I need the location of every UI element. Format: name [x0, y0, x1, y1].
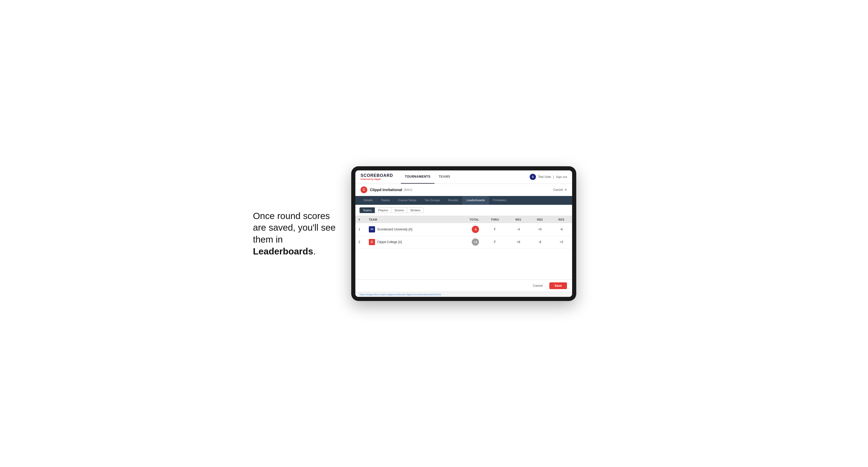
rd1-1: -4 [508, 223, 529, 236]
rank-1: 1 [355, 223, 366, 236]
tab-leaderboards[interactable]: Leaderboards [462, 196, 489, 205]
nav-teams[interactable]: TEAMS [435, 170, 455, 184]
team-cell-1: SU Scoreboard University [A] [366, 223, 454, 236]
tournament-header: C Clippd Invitational (Men) Cancel ✕ [355, 184, 572, 196]
rd2-2: -8 [529, 236, 551, 248]
thru-2: F [482, 236, 508, 248]
tab-results[interactable]: Results [444, 196, 462, 205]
close-icon: ✕ [564, 188, 567, 192]
tab-details[interactable]: Details [360, 196, 377, 205]
team-name-2: Clippd College [A] [377, 240, 402, 244]
page-wrapper: Once round scores are saved, you'll see … [253, 166, 615, 301]
content-spacer [355, 249, 572, 280]
bold-leaderboards: Leaderboards [253, 246, 313, 256]
footer: Cancel Save [355, 280, 572, 292]
col-header-rank: # [355, 216, 366, 223]
tablet-frame: SCOREBOARD Powered by clippd TOURNAMENTS… [351, 166, 576, 301]
table-row: 2 C Clippd College [A] +3 F [355, 236, 572, 248]
tab-printables[interactable]: Printables [489, 196, 510, 205]
left-text-block: Once round scores are saved, you'll see … [253, 210, 336, 257]
rd2-1: +5 [529, 223, 551, 236]
col-header-rd2: RD2 [529, 216, 551, 223]
table-header-row: # TEAM TOTAL THRU RD1 RD2 RD3 [355, 216, 572, 223]
subtab-teams[interactable]: Teams [360, 207, 375, 213]
nav-right: S Test User | Sign out [530, 174, 567, 180]
col-header-rd1: RD1 [508, 216, 529, 223]
tournament-logo: C [361, 186, 367, 193]
url-bar: https://stage-blue-coach.stagescoreboard… [355, 292, 572, 297]
score-badge-2: +3 [472, 239, 479, 246]
tab-bar: Details Teams Course Setup Tee Groups Re… [355, 196, 572, 205]
cancel-button[interactable]: Cancel [529, 282, 547, 289]
separator: | [553, 175, 554, 179]
total-1: -5 [454, 223, 482, 236]
subtab-players[interactable]: Players [375, 207, 391, 213]
save-button[interactable]: Save [549, 282, 567, 289]
col-header-rd3: RD3 [551, 216, 572, 223]
tournament-gender: (Men) [404, 188, 412, 192]
thru-1: F [482, 223, 508, 236]
score-badge-1: -5 [472, 226, 479, 233]
logo-text: SCOREBOARD [361, 173, 393, 178]
logo-powered: Powered by clippd [361, 178, 393, 181]
rank-2: 2 [355, 236, 366, 248]
tournament-cancel-button[interactable]: Cancel ✕ [553, 188, 567, 192]
subtab-strokes[interactable]: Strokes [407, 207, 424, 213]
rd3-1: -6 [551, 223, 572, 236]
tab-tee-groups[interactable]: Tee Groups [421, 196, 444, 205]
user-avatar: S [530, 174, 536, 180]
nav-tournaments[interactable]: TOURNAMENTS [401, 170, 435, 184]
logo-brand: clippd [374, 178, 381, 181]
leaderboard-table: # TEAM TOTAL THRU RD1 RD2 RD3 1 [355, 216, 572, 249]
team-logo-1: SU [369, 226, 375, 232]
tab-course-setup[interactable]: Course Setup [394, 196, 420, 205]
tab-teams[interactable]: Teams [377, 196, 394, 205]
team-logo-2: C [369, 239, 375, 245]
sub-tabs: Teams Players Scores Strokes [355, 205, 572, 216]
col-header-total: TOTAL [454, 216, 482, 223]
logo-area: SCOREBOARD Powered by clippd [361, 173, 393, 181]
subtab-scores[interactable]: Scores [391, 207, 407, 213]
description-text: Once round scores are saved, you'll see … [253, 210, 336, 257]
col-header-thru: THRU [482, 216, 508, 223]
top-nav: SCOREBOARD Powered by clippd TOURNAMENTS… [355, 170, 572, 184]
total-2: +3 [454, 236, 482, 248]
team-name-1: Scoreboard University [A] [377, 227, 412, 231]
table-row: 1 SU Scoreboard University [A] - [355, 223, 572, 236]
rd1-2: +8 [508, 236, 529, 248]
tournament-name: Clippd Invitational [370, 188, 402, 192]
col-header-team: TEAM [366, 216, 454, 223]
cancel-label: Cancel [553, 188, 563, 192]
team-cell-2: C Clippd College [A] [366, 236, 454, 248]
rd3-2: +3 [551, 236, 572, 248]
sign-out-link[interactable]: Sign out [556, 175, 567, 179]
tablet-screen: SCOREBOARD Powered by clippd TOURNAMENTS… [355, 170, 572, 297]
nav-links: TOURNAMENTS TEAMS [401, 170, 530, 184]
user-name: Test User [538, 175, 551, 179]
